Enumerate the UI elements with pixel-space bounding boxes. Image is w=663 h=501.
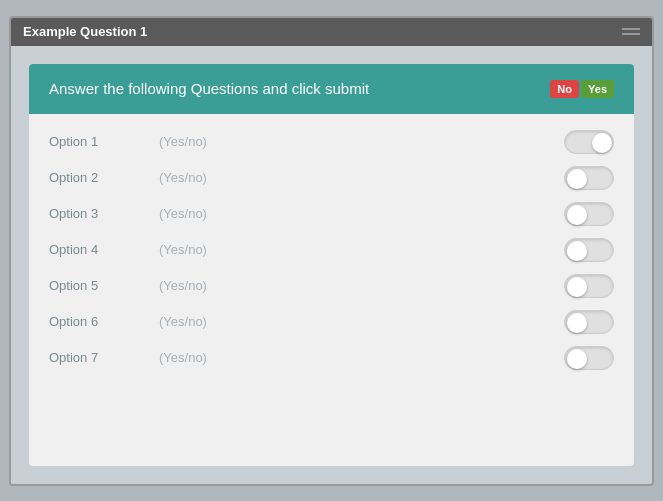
option-row-1: Option 1(Yes/no) (49, 124, 614, 160)
option-row-6: Option 6(Yes/no) (49, 304, 614, 340)
toggle-4[interactable] (564, 238, 614, 262)
toggle-knob-6 (567, 313, 587, 333)
label-no: No (550, 80, 579, 98)
toggle-7[interactable] (564, 346, 614, 370)
title-bar-line-2 (622, 33, 640, 35)
window-body: Answer the following Questions and click… (11, 46, 652, 484)
option-row-3: Option 3(Yes/no) (49, 196, 614, 232)
title-bar-decoration (622, 28, 640, 35)
option-hint-6: (Yes/no) (159, 314, 564, 329)
option-hint-5: (Yes/no) (159, 278, 564, 293)
label-yes: Yes (581, 80, 614, 98)
option-name-5: Option 5 (49, 278, 159, 293)
option-hint-4: (Yes/no) (159, 242, 564, 257)
toggle-knob-3 (567, 205, 587, 225)
option-name-1: Option 1 (49, 134, 159, 149)
toggle-2[interactable] (564, 166, 614, 190)
toggle-knob-4 (567, 241, 587, 261)
toggle-6[interactable] (564, 310, 614, 334)
option-name-3: Option 3 (49, 206, 159, 221)
option-hint-1: (Yes/no) (159, 134, 564, 149)
window-title: Example Question 1 (23, 24, 147, 39)
toggle-knob-2 (567, 169, 587, 189)
card-header: Answer the following Questions and click… (29, 64, 634, 114)
title-bar-line-1 (622, 28, 640, 30)
option-name-4: Option 4 (49, 242, 159, 257)
toggle-3[interactable] (564, 202, 614, 226)
option-row-5: Option 5(Yes/no) (49, 268, 614, 304)
toggle-knob-7 (567, 349, 587, 369)
card: Answer the following Questions and click… (29, 64, 634, 466)
option-hint-7: (Yes/no) (159, 350, 564, 365)
toggle-knob-1 (592, 133, 612, 153)
main-window: Example Question 1 Answer the following … (9, 16, 654, 486)
card-body: Option 1(Yes/no)Option 2(Yes/no)Option 3… (29, 114, 634, 386)
toggle-5[interactable] (564, 274, 614, 298)
option-hint-2: (Yes/no) (159, 170, 564, 185)
option-row-4: Option 4(Yes/no) (49, 232, 614, 268)
toggle-knob-5 (567, 277, 587, 297)
option-name-2: Option 2 (49, 170, 159, 185)
option-hint-3: (Yes/no) (159, 206, 564, 221)
card-header-title: Answer the following Questions and click… (49, 80, 369, 97)
title-bar: Example Question 1 (11, 18, 652, 46)
option-row-2: Option 2(Yes/no) (49, 160, 614, 196)
no-yes-labels: No Yes (550, 80, 614, 98)
toggle-1[interactable] (564, 130, 614, 154)
option-row-7: Option 7(Yes/no) (49, 340, 614, 376)
option-name-6: Option 6 (49, 314, 159, 329)
option-name-7: Option 7 (49, 350, 159, 365)
